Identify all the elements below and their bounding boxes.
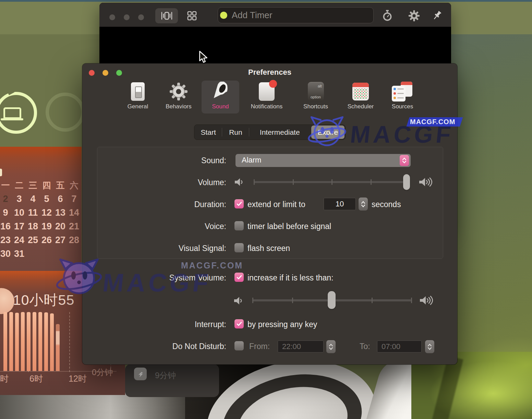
speaker-high-icon: [419, 294, 433, 308]
calendar-day[interactable]: 31: [12, 247, 26, 261]
calendar-day[interactable]: 6: [53, 192, 67, 206]
tab-notifications[interactable]: Notifications: [248, 81, 286, 113]
window-title: Preferences: [82, 68, 457, 77]
chart-x-tick-label: 时: [0, 373, 9, 384]
calendar-day[interactable]: 25: [26, 233, 40, 247]
tab-sources[interactable]: Sources: [384, 81, 421, 113]
sleep-bar: [21, 312, 25, 371]
preferences-window: Preferences General Behaviors: [82, 63, 457, 364]
tab-shortcuts[interactable]: alt option Shortcuts: [297, 81, 335, 113]
gear-icon: [169, 82, 188, 101]
calendar-day[interactable]: 7: [67, 192, 81, 206]
duration-checkbox[interactable]: [234, 199, 244, 208]
calendar-weekday: 一: [0, 180, 12, 191]
calendar-month-sliver: [0, 169, 2, 176]
sleep-bar-chart: [3, 271, 71, 371]
segment-start[interactable]: Start: [194, 125, 222, 140]
tab-scheduler[interactable]: Scheduler: [342, 81, 379, 113]
visual-signal-checkbox[interactable]: [234, 243, 244, 252]
tab-behaviors[interactable]: Behaviors: [160, 81, 197, 113]
segment-intermediate[interactable]: Intermediate: [249, 125, 311, 140]
calendar-day[interactable]: 20: [53, 219, 67, 233]
calendar-day[interactable]: 4: [26, 192, 40, 206]
calendar-icon: [352, 83, 369, 100]
calendar-day[interactable]: 21: [67, 219, 81, 233]
close-button[interactable]: [109, 14, 115, 20]
volume-slider-thumb[interactable]: [403, 174, 410, 190]
tab-label: Notifications: [248, 103, 286, 110]
dnd-label: Do Not Disturb:: [82, 342, 226, 351]
calendar-day[interactable]: 26: [40, 233, 53, 247]
calendar-day[interactable]: 18: [26, 219, 40, 233]
chart-right-label: 0分钟: [92, 367, 113, 378]
dnd-to-label: To:: [360, 342, 370, 351]
sidebar-toggle-icon: [161, 11, 172, 20]
chart-x-tick-label: 12时: [69, 373, 87, 384]
stopwatch-icon[interactable]: [381, 10, 394, 22]
duration-stepper[interactable]: [359, 197, 368, 211]
calendar-day[interactable]: 23: [0, 233, 12, 247]
calendar-day[interactable]: 5: [40, 192, 53, 206]
calendar-day[interactable]: 30: [0, 247, 12, 261]
tab-label: Shortcuts: [297, 103, 335, 110]
calendar-day[interactable]: 17: [12, 219, 26, 233]
duration-text: extend or limit to: [247, 200, 305, 209]
calendar-weekday-row: 一二三四五六: [0, 180, 81, 191]
dnd-from-field[interactable]: [278, 340, 324, 352]
battery-widget: 83%: [0, 34, 82, 147]
segment-expire[interactable]: Expire: [311, 125, 344, 139]
interrupt-checkbox[interactable]: [234, 319, 244, 328]
calendar-day[interactable]: 9: [0, 206, 12, 219]
interrupt-label: Interrupt:: [82, 320, 226, 329]
calendar-day-empty: [26, 247, 40, 261]
minimize-button[interactable]: [124, 14, 130, 20]
grid-icon: [187, 11, 197, 21]
option-key-icon: alt option: [308, 82, 324, 101]
app-icon[interactable]: [134, 368, 147, 380]
zoom-button[interactable]: [138, 14, 144, 20]
calendar-day[interactable]: 3: [12, 192, 26, 206]
volume-slider[interactable]: [254, 181, 410, 183]
voice-checkbox[interactable]: [234, 221, 244, 230]
sound-popup-button[interactable]: Alarm: [235, 154, 411, 167]
segment-run[interactable]: Run: [222, 125, 249, 140]
dnd-to-field[interactable]: [377, 340, 422, 352]
tab-general[interactable]: General: [119, 81, 157, 113]
system-volume-slider-thumb[interactable]: [328, 291, 336, 309]
system-volume-checkbox[interactable]: [234, 273, 244, 282]
calendar-day[interactable]: 27: [53, 233, 67, 247]
calendar-day[interactable]: 14: [67, 206, 81, 219]
calendar-day[interactable]: 11: [26, 206, 40, 219]
interrupt-text: by pressing any key: [247, 320, 317, 329]
mouse-cursor: [198, 51, 208, 64]
tab-label: Sources: [384, 103, 421, 110]
dnd-checkbox[interactable]: [234, 341, 244, 350]
tab-sound[interactable]: Sound: [202, 81, 239, 113]
sleep-bar: [27, 312, 31, 371]
calendar-day[interactable]: 12: [40, 206, 53, 219]
dnd-from-stepper[interactable]: [326, 340, 336, 353]
sidebar-toggle-button[interactable]: [155, 8, 178, 23]
event-segmented-control: Start Run Intermediate Expire: [194, 124, 346, 140]
calendar-day[interactable]: 16: [0, 219, 12, 233]
calendar-day[interactable]: 19: [40, 219, 53, 233]
timer-color-dot[interactable]: [220, 12, 227, 19]
volume-label: Volume:: [82, 178, 226, 187]
sleep-bar: [15, 313, 19, 371]
sleep-bar: [9, 312, 13, 371]
calendar-weekday: 二: [12, 180, 26, 191]
grid-view-button[interactable]: [186, 10, 198, 21]
tab-label: General: [119, 103, 157, 110]
calendar-day[interactable]: 10: [12, 206, 26, 219]
pin-icon[interactable]: [431, 10, 444, 22]
dnd-to-stepper[interactable]: [425, 340, 434, 353]
calendar-day[interactable]: 24: [12, 233, 26, 247]
calendar-day[interactable]: 13: [53, 206, 67, 219]
sleep-bar: [56, 324, 60, 371]
gear-icon[interactable]: [408, 10, 420, 22]
duration-seconds-field[interactable]: [324, 198, 356, 210]
calendar-day[interactable]: 28: [67, 233, 81, 247]
add-timer-input[interactable]: [232, 9, 362, 21]
calendar-day[interactable]: 2: [0, 192, 12, 206]
tab-label: Behaviors: [160, 103, 197, 110]
